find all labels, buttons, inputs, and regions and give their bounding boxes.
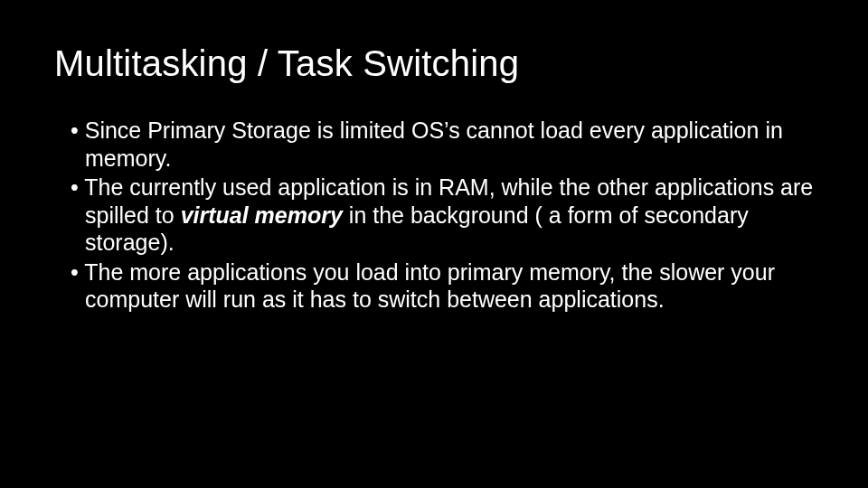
slide-title: Multitasking / Task Switching xyxy=(54,43,814,84)
slide-body: Since Primary Storage is limited OS’s ca… xyxy=(54,117,814,314)
slide: Multitasking / Task Switching Since Prim… xyxy=(0,0,868,488)
bullet-emphasis: virtual memory xyxy=(181,202,343,228)
bullet-text: Since Primary Storage is limited OS’s ca… xyxy=(85,117,783,171)
bullet-item: Since Primary Storage is limited OS’s ca… xyxy=(54,117,814,172)
bullet-item: The currently used application is in RAM… xyxy=(54,174,814,257)
bullet-item: The more applications you load into prim… xyxy=(54,258,814,314)
bullet-text: The more applications you load into prim… xyxy=(84,259,775,313)
